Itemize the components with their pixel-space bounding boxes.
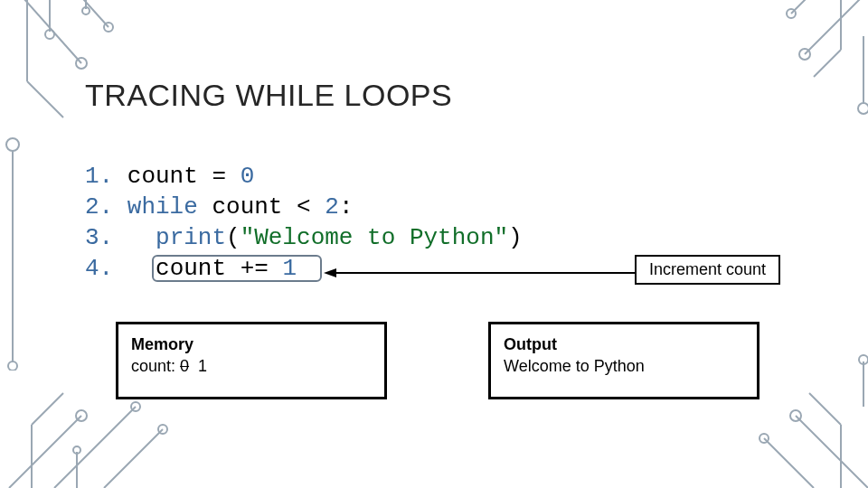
- svg-line-25: [54, 407, 136, 488]
- svg-line-31: [796, 416, 868, 488]
- svg-point-28: [73, 446, 80, 454]
- output-panel: Output Welcome to Python: [488, 322, 760, 399]
- svg-point-11: [799, 49, 810, 60]
- svg-line-10: [805, 0, 868, 54]
- svg-line-21: [9, 416, 81, 488]
- code-line: 3. print("Welcome to Python"): [85, 222, 523, 253]
- svg-point-18: [6, 138, 19, 151]
- memory-header: Memory: [131, 333, 372, 355]
- svg-point-38: [859, 355, 868, 364]
- svg-line-3: [27, 81, 63, 117]
- svg-point-17: [858, 103, 868, 114]
- svg-point-32: [790, 410, 801, 421]
- code-line: 1. count = 0: [85, 161, 523, 192]
- svg-line-24: [32, 393, 63, 425]
- highlight-line-4: [152, 255, 322, 282]
- svg-line-35: [764, 438, 814, 488]
- svg-point-26: [131, 402, 140, 411]
- callout-text: Increment count: [649, 260, 766, 278]
- svg-marker-40: [324, 268, 336, 277]
- svg-point-1: [76, 58, 87, 69]
- svg-point-7: [104, 23, 113, 32]
- output-line: Welcome to Python: [504, 355, 744, 377]
- memory-panel: Memory count: 0 1: [116, 322, 387, 399]
- slide-title: TRACING WHILE LOOPS: [85, 78, 452, 113]
- memory-row: count: 0 1: [131, 355, 372, 377]
- svg-line-0: [9, 0, 81, 63]
- svg-line-34: [809, 393, 841, 425]
- output-header: Output: [504, 333, 744, 355]
- code-line: 2. while count < 2:: [85, 192, 523, 222]
- svg-point-30: [158, 425, 167, 434]
- svg-point-5: [45, 30, 54, 39]
- svg-point-20: [8, 361, 17, 371]
- svg-point-36: [760, 434, 769, 443]
- callout-increment: Increment count: [635, 255, 780, 285]
- memory-old-value: 0: [180, 357, 189, 375]
- svg-line-14: [791, 0, 814, 14]
- svg-point-15: [787, 9, 796, 18]
- memory-new-value: 1: [198, 357, 207, 375]
- svg-point-9: [82, 7, 90, 14]
- svg-line-29: [104, 429, 163, 488]
- arrow-to-callout: [324, 265, 635, 274]
- svg-point-22: [76, 410, 87, 421]
- memory-label: count:: [131, 357, 175, 375]
- svg-line-13: [814, 50, 841, 77]
- svg-line-6: [68, 0, 108, 27]
